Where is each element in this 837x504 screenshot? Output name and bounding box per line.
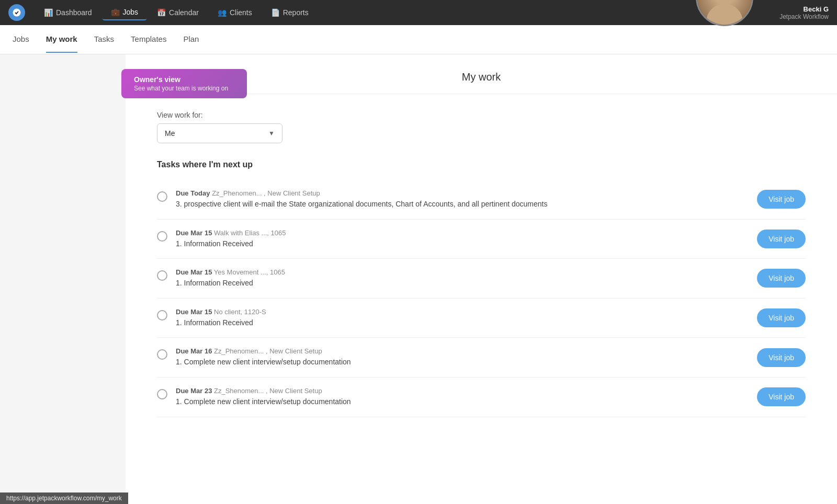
subnav-label-templates: Templates: [131, 35, 166, 43]
task-job-info: Zz_Phenomen... , New Client Setup: [214, 347, 322, 355]
subnav-item-jobs[interactable]: Jobs: [13, 26, 29, 53]
task-description: 1. Information Received: [176, 318, 749, 328]
task-description: 3. prospective client will e-mail the St…: [176, 199, 749, 210]
nav-label-calendar: Calendar: [169, 8, 199, 17]
user-video-avatar: [696, 0, 753, 26]
task-item: Due Mar 15 Walk with Elias ..., 1065 1. …: [157, 220, 806, 259]
task-item: Due Today Zz_Phenomen... , New Client Se…: [157, 180, 806, 220]
task-content: Due Mar 23 Zz_Shenomen... , New Client S…: [176, 387, 749, 407]
dropdown-selected-value: Me: [165, 129, 175, 138]
nav-item-jobs[interactable]: 💼 Jobs: [103, 5, 147, 20]
sidebar: [0, 54, 126, 504]
chevron-down-icon: ▼: [268, 130, 275, 137]
task-description: 1. Information Received: [176, 239, 749, 249]
sub-navigation: Jobs My work Tasks Templates Plan: [0, 25, 837, 54]
task-job-info: Zz_Phenomen... , New Client Setup: [212, 189, 320, 197]
task-due-label: Due Mar 15: [176, 308, 212, 316]
tasks-list: Due Today Zz_Phenomen... , New Client Se…: [157, 180, 806, 417]
task-due-label: Due Today: [176, 189, 210, 197]
nav-label-clients: Clients: [230, 8, 252, 17]
nav-label-jobs: Jobs: [123, 8, 139, 16]
user-info[interactable]: Becki G Jetpack Workflow: [779, 5, 829, 20]
view-work-section: View work for: Me ▼: [157, 94, 806, 156]
subnav-label-jobs: Jobs: [13, 35, 29, 43]
task-content: Due Mar 15 No client, 1120-S 1. Informat…: [176, 308, 749, 328]
task-meta: Due Mar 15 Yes Movement ..., 1065: [176, 268, 749, 276]
task-job-info: Walk with Elias ..., 1065: [214, 229, 286, 237]
task-checkbox[interactable]: [157, 349, 167, 360]
task-content: Due Mar 15 Walk with Elias ..., 1065 1. …: [176, 229, 749, 249]
owners-view-title: Owner's view: [134, 75, 234, 84]
task-due-label: Due Mar 23: [176, 387, 212, 395]
subnav-item-mywork[interactable]: My work: [46, 26, 77, 53]
task-checkbox[interactable]: [157, 191, 167, 202]
nav-item-calendar[interactable]: 📅 Calendar: [149, 5, 207, 20]
task-due-label: Due Mar 15: [176, 268, 212, 276]
task-checkbox[interactable]: [157, 270, 167, 281]
task-checkbox[interactable]: [157, 231, 167, 242]
subnav-label-plan: Plan: [183, 35, 199, 43]
nav-item-dashboard[interactable]: 📊 Dashboard: [36, 5, 100, 20]
subnav-item-plan[interactable]: Plan: [183, 26, 199, 53]
visit-job-button[interactable]: Visit job: [757, 230, 806, 248]
status-url: https://app.jetpackworkflow.com/my_work: [6, 495, 122, 502]
subnav-label-tasks: Tasks: [94, 35, 114, 43]
task-checkbox[interactable]: [157, 389, 167, 399]
task-checkbox[interactable]: [157, 310, 167, 320]
visit-job-button[interactable]: Visit job: [757, 269, 806, 288]
nav-label-reports: Reports: [283, 8, 309, 17]
user-text: Becki G Jetpack Workflow: [779, 5, 829, 20]
avatar-image: [697, 0, 752, 25]
task-content: Due Mar 15 Yes Movement ..., 1065 1. Inf…: [176, 268, 749, 289]
task-due-label: Due Mar 15: [176, 229, 212, 237]
content-area: Owner's view See what your team is worki…: [126, 54, 837, 504]
task-meta: Due Mar 23 Zz_Shenomen... , New Client S…: [176, 387, 749, 395]
main-layout: Owner's view See what your team is worki…: [0, 54, 837, 504]
view-work-dropdown[interactable]: Me ▼: [157, 123, 282, 143]
task-content: Due Mar 16 Zz_Phenomen... , New Client S…: [176, 347, 749, 368]
visit-job-button[interactable]: Visit job: [757, 348, 806, 367]
task-meta: Due Mar 16 Zz_Phenomen... , New Client S…: [176, 347, 749, 355]
user-name: Becki G: [779, 5, 829, 13]
task-content: Due Today Zz_Phenomen... , New Client Se…: [176, 189, 749, 210]
status-bar: https://app.jetpackworkflow.com/my_work: [0, 492, 128, 504]
task-meta: Due Today Zz_Phenomen... , New Client Se…: [176, 189, 749, 197]
task-item: Due Mar 23 Zz_Shenomen... , New Client S…: [157, 377, 806, 417]
task-item: Due Mar 15 No client, 1120-S 1. Informat…: [157, 299, 806, 338]
page-title: My work: [462, 71, 501, 83]
visit-job-button[interactable]: Visit job: [757, 190, 806, 209]
nav-item-clients[interactable]: 👥 Clients: [209, 5, 261, 20]
task-description: 1. Complete new client interview/setup d…: [176, 357, 749, 368]
calendar-icon: 📅: [157, 8, 166, 17]
dashboard-icon: 📊: [44, 8, 53, 17]
app-logo[interactable]: [8, 4, 25, 21]
top-navigation: 📊 Dashboard 💼 Jobs 📅 Calendar 👥 Clients …: [0, 0, 837, 25]
owners-view-subtitle: See what your team is working on: [134, 85, 234, 92]
task-job-info: Zz_Shenomen... , New Client Setup: [214, 387, 322, 395]
subnav-item-tasks[interactable]: Tasks: [94, 26, 114, 53]
task-meta: Due Mar 15 No client, 1120-S: [176, 308, 749, 316]
top-nav-items: 📊 Dashboard 💼 Jobs 📅 Calendar 👥 Clients …: [36, 5, 779, 20]
owners-view-banner[interactable]: Owner's view See what your team is worki…: [121, 69, 247, 98]
task-job-info: Yes Movement ..., 1065: [214, 268, 285, 276]
visit-job-button[interactable]: Visit job: [757, 308, 806, 327]
user-company: Jetpack Workflow: [779, 13, 829, 20]
subnav-label-mywork: My work: [46, 35, 77, 43]
tasks-section-title: Tasks where I'm next up: [157, 156, 806, 169]
task-job-info: No client, 1120-S: [214, 308, 266, 316]
subnav-item-templates[interactable]: Templates: [131, 26, 166, 53]
task-description: 1. Complete new client interview/setup d…: [176, 397, 749, 407]
content-inner: View work for: Me ▼ Tasks where I'm next…: [126, 94, 837, 438]
clients-icon: 👥: [218, 8, 227, 17]
nav-item-reports[interactable]: 📄 Reports: [263, 5, 317, 20]
task-item: Due Mar 15 Yes Movement ..., 1065 1. Inf…: [157, 259, 806, 299]
task-meta: Due Mar 15 Walk with Elias ..., 1065: [176, 229, 749, 237]
task-item: Due Mar 16 Zz_Phenomen... , New Client S…: [157, 338, 806, 377]
task-due-label: Due Mar 16: [176, 347, 212, 355]
view-work-label: View work for:: [157, 111, 806, 119]
jobs-icon: 💼: [111, 8, 120, 16]
visit-job-button[interactable]: Visit job: [757, 387, 806, 406]
task-description: 1. Information Received: [176, 278, 749, 289]
nav-label-dashboard: Dashboard: [56, 8, 92, 17]
reports-icon: 📄: [271, 8, 280, 17]
